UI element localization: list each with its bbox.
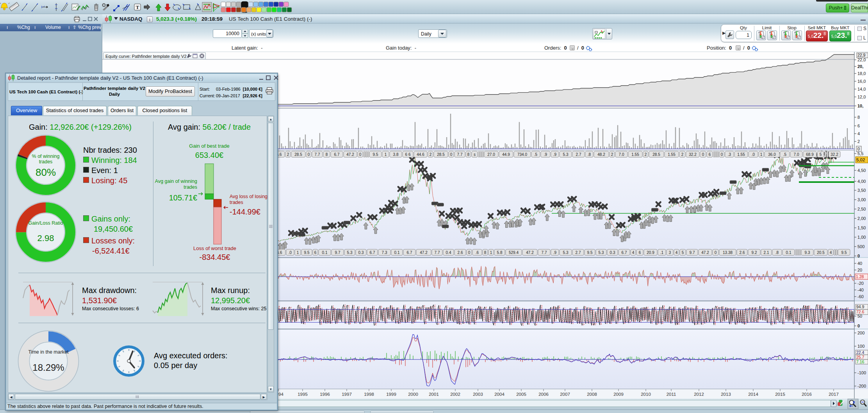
svg-text:1.55: 1.55 <box>668 152 676 157</box>
svg-text:.0: .0 <box>752 152 755 157</box>
svg-text:1996: 1996 <box>320 392 330 397</box>
svg-text:2,00: 2,00 <box>857 216 866 221</box>
svg-text:28.5: 28.5 <box>294 152 302 157</box>
svg-text:28.5: 28.5 <box>652 152 660 157</box>
svg-text:6.7: 6.7 <box>622 250 627 255</box>
svg-text:1.55: 1.55 <box>631 152 639 157</box>
svg-text:2012: 2012 <box>694 392 704 397</box>
svg-text:.1: .1 <box>660 250 664 255</box>
svg-text:2.7: 2.7 <box>576 152 581 157</box>
svg-text:0: 0 <box>468 250 471 255</box>
svg-text:2015: 2015 <box>775 392 785 397</box>
svg-text:-20: -20 <box>857 281 864 286</box>
svg-text:2.1: 2.1 <box>764 250 769 255</box>
svg-text:0.1: 0.1 <box>394 250 400 255</box>
svg-text:47.2: 47.2 <box>526 250 534 255</box>
svg-text:4,50: 4,50 <box>857 168 866 173</box>
svg-text:47.2: 47.2 <box>420 250 428 255</box>
svg-text:7.3: 7.3 <box>382 250 387 255</box>
svg-text:2010: 2010 <box>641 392 651 397</box>
svg-text:8: 8 <box>857 115 860 120</box>
svg-text:0: 0 <box>857 324 860 328</box>
svg-text:5.3: 5.3 <box>563 250 569 255</box>
svg-text:1,00: 1,00 <box>857 235 866 240</box>
svg-text:2003: 2003 <box>473 392 483 397</box>
svg-text:22.4: 22.4 <box>856 350 864 355</box>
svg-text:44.6: 44.6 <box>417 152 424 157</box>
svg-text:.8: .8 <box>588 152 591 157</box>
svg-text:1999: 1999 <box>386 392 396 397</box>
svg-text:7.0: 7.0 <box>794 152 799 157</box>
svg-text:6.7: 6.7 <box>370 250 375 255</box>
svg-text:-200: -200 <box>857 384 866 388</box>
svg-text:2.6: 2.6 <box>458 250 463 255</box>
svg-text:94.9: 94.9 <box>856 304 864 309</box>
svg-text:5: 5 <box>820 152 822 157</box>
svg-text:5,02: 5,02 <box>856 157 865 162</box>
svg-text:8: 8 <box>467 152 470 157</box>
svg-text:5.3: 5.3 <box>563 152 569 157</box>
svg-text:68.9: 68.9 <box>806 152 814 157</box>
svg-text:9.5: 9.5 <box>587 250 593 255</box>
svg-text:2016: 2016 <box>802 392 812 397</box>
svg-text:2.6: 2.6 <box>740 250 745 255</box>
svg-text:0: 0 <box>715 250 717 255</box>
svg-text:2000: 2000 <box>408 392 418 397</box>
svg-text:-40: -40 <box>857 288 864 292</box>
svg-text:529.4: 529.4 <box>509 250 519 255</box>
svg-text:28.5: 28.5 <box>437 152 445 157</box>
svg-text:200: 200 <box>857 331 864 335</box>
svg-text:3.8: 3.8 <box>393 152 399 157</box>
svg-text:.9: .9 <box>544 152 547 157</box>
svg-text:1997: 1997 <box>342 392 352 397</box>
svg-text:4: 4 <box>676 250 678 255</box>
svg-text:-100: -100 <box>857 370 866 375</box>
svg-text:13.38: 13.38 <box>723 250 733 255</box>
svg-text:20.9: 20.9 <box>647 250 654 255</box>
svg-text:0: 0 <box>450 152 453 157</box>
svg-text:-60: -60 <box>857 294 864 299</box>
svg-text:20.5: 20.5 <box>817 250 825 255</box>
svg-text:2001: 2001 <box>429 392 439 397</box>
svg-text:.3: .3 <box>728 152 731 157</box>
svg-text:2009: 2009 <box>613 392 624 397</box>
svg-text:0.1: 0.1 <box>786 250 791 255</box>
svg-text:8: 8 <box>484 250 487 255</box>
svg-text:36.0: 36.0 <box>768 152 776 157</box>
svg-text:1,50: 1,50 <box>857 225 866 230</box>
svg-text:2006: 2006 <box>538 392 549 397</box>
svg-text:2008: 2008 <box>587 392 597 397</box>
svg-text:4: 4 <box>632 250 635 255</box>
svg-text:0: 0 <box>857 147 860 151</box>
svg-text:.0: .0 <box>289 250 292 255</box>
svg-text:47.2: 47.2 <box>701 250 709 255</box>
svg-text:5.3: 5.3 <box>599 250 604 255</box>
svg-text:0.3: 0.3 <box>358 250 364 255</box>
svg-text:6.7: 6.7 <box>407 250 412 255</box>
svg-text:2013: 2013 <box>721 392 731 397</box>
svg-text:2014: 2014 <box>748 392 758 397</box>
svg-text:2011: 2011 <box>667 392 676 397</box>
svg-text:2: 2 <box>287 152 289 157</box>
svg-text:0.1: 0.1 <box>322 250 328 255</box>
svg-text:5: 5 <box>682 250 684 255</box>
svg-text:1.55: 1.55 <box>737 152 745 157</box>
svg-text:0.4: 0.4 <box>446 250 451 255</box>
svg-text:40: 40 <box>857 261 862 266</box>
svg-text:32.2: 32.2 <box>831 152 838 157</box>
svg-text:9.7: 9.7 <box>335 250 340 255</box>
svg-text:1: 1 <box>385 152 387 157</box>
svg-text:5,5: 5,5 <box>857 151 863 156</box>
svg-text:3: 3 <box>669 250 671 255</box>
svg-text:2: 2 <box>857 139 860 144</box>
svg-text:7.0: 7.0 <box>619 152 624 157</box>
svg-text:6 6: 6 6 <box>405 152 411 157</box>
svg-text:3,50: 3,50 <box>857 188 866 193</box>
svg-text:22,9: 22,9 <box>857 53 866 57</box>
svg-text:6: 6 <box>857 123 860 128</box>
svg-text:9.5: 9.5 <box>373 152 378 157</box>
svg-text:18,0: 18,0 <box>857 71 866 76</box>
svg-text:12,0: 12,0 <box>857 95 866 99</box>
svg-text:1995: 1995 <box>298 392 308 397</box>
svg-text:9.3: 9.3 <box>805 250 810 255</box>
